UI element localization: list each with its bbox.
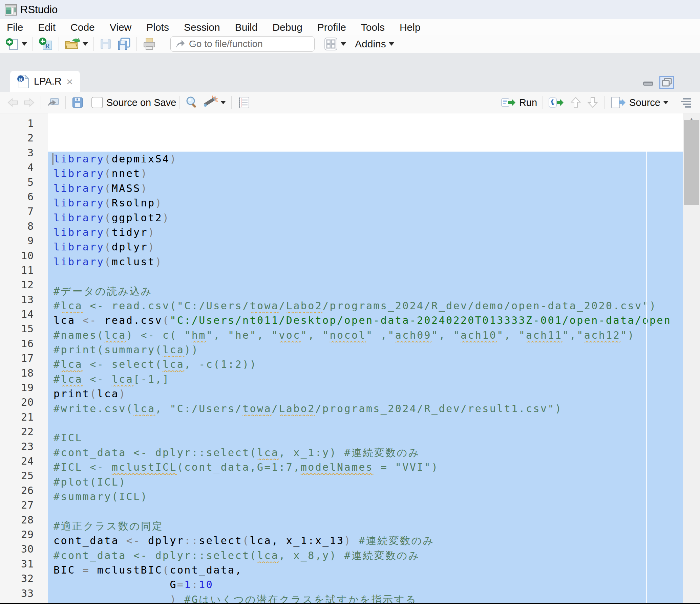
line-number: 13 [0,292,48,307]
save-button[interactable] [97,37,114,51]
code-line[interactable]: #names(lca) <- c( "hm", "he", "voc", "no… [48,328,683,342]
open-file-button[interactable] [62,37,90,51]
goto-arrow-icon [175,39,185,49]
menu-session[interactable]: Session [176,22,228,33]
line-number: 8 [0,219,48,233]
menu-debug[interactable]: Debug [265,22,310,33]
code-lines[interactable]: library(depmixS4)library(nnet)library(MA… [48,113,683,603]
outline-icon [680,97,693,108]
line-number: 7 [0,204,48,219]
run-next-button[interactable] [584,95,601,110]
code-line[interactable]: #plot(ICL) [48,475,683,489]
line-number: 4 [0,160,48,175]
forward-button[interactable] [21,96,37,109]
addins-caret-icon [389,42,394,46]
menu-code[interactable]: Code [63,22,102,33]
tab-close-icon[interactable]: × [66,76,73,87]
menu-bar: File Edit Code View Plots Session Build … [0,19,700,35]
line-number: 15 [0,321,48,336]
tab-lpa-r[interactable]: R LPA.R × [10,71,80,92]
menu-profile[interactable]: Profile [310,22,354,33]
code-line[interactable]: BIC = mclustBIC(cont_data, [48,563,683,577]
run-icon [501,96,516,109]
source-label: Source [629,97,660,108]
code-line[interactable]: G=1:10 [48,577,683,592]
document-outline-button[interactable] [678,96,695,109]
window-title: RStudio [20,4,58,16]
print-button[interactable] [140,36,158,52]
line-number: 14 [0,307,48,321]
line-number: 19 [0,380,48,395]
main-toolbar: R [0,35,700,53]
menu-view[interactable]: View [102,22,139,33]
back-button[interactable] [5,96,21,109]
code-line[interactable]: #ICL <- mclustICL(cont_data,G=1:7,modelN… [48,460,683,474]
source-button[interactable]: Source [608,95,671,110]
line-number: 32 [0,571,48,586]
code-tools-button[interactable] [201,95,228,110]
workspace-panes-button[interactable] [322,36,348,52]
code-line[interactable]: #print(summary(lca)) [48,342,683,357]
rerun-button[interactable] [546,96,567,109]
new-file-button[interactable] [3,37,29,51]
run-previous-button[interactable] [567,95,584,110]
code-line[interactable]: library(dplyr) [48,240,683,254]
new-file-icon [5,37,19,51]
code-line[interactable]: cont_data <- dplyr::select(lca, x_1:x_13… [48,533,683,548]
code-line[interactable] [48,504,683,518]
code-line[interactable]: #write.csv(lca, "C:/Users/towa/Labo2/pro… [48,401,683,416]
addins-button[interactable]: Addins [348,38,396,50]
search-icon [185,96,199,109]
maximize-pane-icon[interactable] [659,76,674,89]
code-line[interactable]: #cont_data <- dplyr::select(lca, x_1:y) … [48,445,683,460]
line-number: 2 [0,131,48,145]
scrollbar-thumb[interactable] [684,120,699,205]
line-number: 1 [0,116,48,131]
app-icon [5,4,17,16]
menu-help[interactable]: Help [392,22,428,33]
code-line[interactable]: #適正クラス数の同定 [48,519,683,533]
new-project-button[interactable]: R [36,36,55,52]
code-line[interactable]: library(nnet) [48,166,683,181]
margin-column-line [646,113,647,603]
find-replace-button[interactable] [183,95,201,110]
code-line[interactable] [48,269,683,284]
compile-notebook-button[interactable] [235,95,253,110]
code-line[interactable] [48,416,683,430]
source-on-save-checkbox[interactable] [91,97,103,108]
source-caret-icon [663,101,669,104]
save-all-button[interactable] [114,36,133,52]
line-number: 9 [0,233,48,248]
code-line[interactable]: ) #Gはいくつの潜在クラスを試すかを指示する [48,592,683,603]
code-line[interactable]: #summary(ICL) [48,489,683,504]
code-line[interactable]: #lca <- select(lca, -c(1:2)) [48,357,683,372]
code-line[interactable]: library(depmixS4) [48,152,683,166]
code-line[interactable]: #lca <- read.csv("C:/Users/towa/Labo2/pr… [48,298,683,313]
code-line[interactable]: library(mclust) [48,254,683,269]
code-line[interactable]: library(Rsolnp) [48,196,683,210]
goto-file-box[interactable] [170,36,315,52]
minimize-pane-icon[interactable] [642,77,655,88]
editor-save-button[interactable] [69,95,86,110]
code-line[interactable]: print(lca) [48,386,683,401]
menu-plots[interactable]: Plots [139,22,176,33]
code-line[interactable]: library(ggplot2) [48,210,683,225]
run-button[interactable]: Run [499,96,539,109]
open-folder-icon [64,37,80,51]
menu-file[interactable]: File [0,22,30,33]
code-line[interactable]: library(tidyr) [48,225,683,240]
code-line[interactable]: lca <- read.csv("C:/Users/nt011/Desktop/… [48,313,683,328]
text-cursor [52,153,54,165]
code-line[interactable]: #lca <- lca[-1,] [48,372,683,386]
menu-build[interactable]: Build [228,22,265,33]
goto-file-input[interactable] [188,38,298,50]
code-line[interactable]: #データの読み込み [48,284,683,298]
open-in-new-window-button[interactable] [44,96,62,109]
menu-edit[interactable]: Edit [30,22,63,33]
vertical-scrollbar[interactable]: ▲ [683,113,700,603]
code-line[interactable]: library(MASS) [48,181,683,196]
code-line[interactable]: #ICL [48,430,683,445]
open-file-caret-icon [83,42,88,46]
code-line[interactable]: #cont_data <- dplyr::select(lca, x_8,y) … [48,548,683,563]
menu-tools[interactable]: Tools [354,22,392,33]
